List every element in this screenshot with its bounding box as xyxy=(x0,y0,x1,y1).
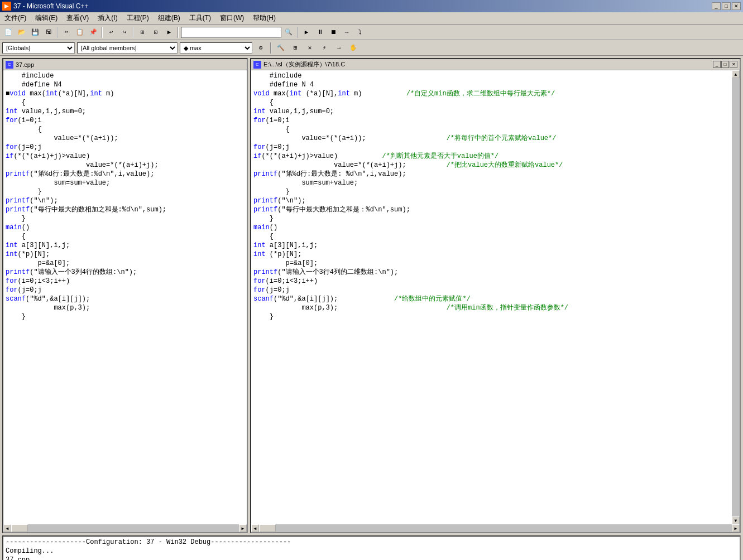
debug-run-button[interactable]: ▶ xyxy=(300,26,313,38)
menu-view[interactable]: 查看(V) xyxy=(62,12,93,24)
toolbar-sep2 xyxy=(102,27,103,38)
code-line: p=&a[0]; xyxy=(6,259,245,268)
menu-window[interactable]: 窗口(W) xyxy=(215,12,248,24)
menu-tools[interactable]: 工具(T) xyxy=(185,12,215,24)
cut-button[interactable]: ✂ xyxy=(60,26,73,38)
left-code-pane: C 37.cpp #include #define N4■ void max(i… xyxy=(2,58,248,533)
debug-btn[interactable]: ⚡ xyxy=(318,42,330,54)
right-vscroll[interactable]: ▲ ▼ xyxy=(732,70,740,524)
toolbar-sep4 xyxy=(178,27,179,38)
code-line: for(j=0;j xyxy=(253,143,737,152)
code-line: for(i=0;i xyxy=(6,116,245,125)
rebuild-btn[interactable]: ⊞ xyxy=(289,42,301,54)
menu-build[interactable]: 组建(B) xyxy=(154,12,185,24)
code-line: scanf("%d",&a[i][j]); xyxy=(6,295,245,303)
right-scroll-left[interactable]: ◀ xyxy=(251,524,259,532)
toolbar-sep1 xyxy=(57,27,58,38)
code-line: { xyxy=(253,98,737,107)
menu-help[interactable]: 帮助(H) xyxy=(248,12,280,24)
debug-stop-button[interactable]: ⏹ xyxy=(327,26,339,38)
save-all-button[interactable]: 🖫 xyxy=(42,26,55,38)
right-vscroll-down[interactable]: ▼ xyxy=(732,516,740,524)
paste-button[interactable]: 📌 xyxy=(87,26,99,38)
code-line: if(*(*(a+i)+j)>value) /*判断其他元素是否大于value的… xyxy=(253,152,737,161)
right-scroll-right[interactable]: ▶ xyxy=(732,524,740,532)
new-button[interactable]: 📄 xyxy=(2,26,15,38)
right-scroll-thumb[interactable] xyxy=(259,524,276,532)
right-code-content[interactable]: #include #define N 4 void max(int (*a)[N… xyxy=(251,70,740,524)
code-line: int a[3][N],i,j; xyxy=(253,241,737,250)
maximize-button[interactable]: □ xyxy=(722,2,731,10)
save-button[interactable]: 💾 xyxy=(29,26,41,38)
right-pane-btns: _ □ ✕ xyxy=(713,61,737,68)
right-pane-minimize[interactable]: _ xyxy=(713,61,721,68)
output-content[interactable]: --------------------Configuration: 37 - … xyxy=(3,537,740,560)
right-pane-close[interactable]: ✕ xyxy=(730,61,737,68)
run-button[interactable]: ▶ xyxy=(163,26,175,38)
code-line: #define N 4 xyxy=(253,80,737,89)
globals-dropdown[interactable]: [Globals] xyxy=(2,42,75,54)
undo-button[interactable]: ↩ xyxy=(105,26,117,38)
minimize-button[interactable]: _ xyxy=(712,2,721,10)
find-button[interactable]: 🔍 xyxy=(282,26,295,38)
output-line: Compiling... xyxy=(6,547,737,556)
build-button[interactable]: ⊡ xyxy=(150,26,162,38)
code-line: } xyxy=(253,312,737,321)
menu-project[interactable]: 工程(P) xyxy=(122,12,154,24)
code-line: printf("每行中最大数相加之和是：%d\n",sum); xyxy=(253,205,737,214)
code-line: p=&a[0]; xyxy=(253,259,737,268)
code-line: main() xyxy=(6,223,245,232)
build-btn2[interactable]: 🔨 xyxy=(275,42,287,54)
code-line: printf("第%d行:最大数是:%d\n",i,value); xyxy=(6,170,245,178)
code-line: printf("第%d行:最大数是: %d\n",i,value); xyxy=(253,170,737,178)
menu-insert[interactable]: 插入(I) xyxy=(93,12,122,24)
code-line: #define N4 xyxy=(6,80,245,89)
right-vscroll-track[interactable] xyxy=(732,78,740,516)
left-scroll-left[interactable]: ◀ xyxy=(3,524,11,532)
code-line: for(j=0;j xyxy=(6,286,245,295)
debug-step-button[interactable]: → xyxy=(341,26,353,38)
menu-edit[interactable]: 编辑(E) xyxy=(31,12,62,24)
hand-btn[interactable]: ✋ xyxy=(347,42,359,54)
profile-btn[interactable]: → xyxy=(333,42,345,54)
code-line: { xyxy=(253,232,737,241)
menu-file[interactable]: 文件(F) xyxy=(0,12,31,24)
search-input[interactable] xyxy=(181,27,281,38)
right-scroll-track[interactable] xyxy=(259,524,732,532)
left-scroll-right[interactable]: ▶ xyxy=(239,524,247,532)
title-bar: ▶ 37 - Microsoft Visual C++ _ □ ✕ xyxy=(0,0,743,12)
stop-btn[interactable]: ✕ xyxy=(304,42,316,54)
code-line: int (*p)[N]; xyxy=(253,250,737,259)
output-area: --------------------Configuration: 37 - … xyxy=(2,535,741,560)
code-line: int a[3][N],i,j; xyxy=(6,241,245,250)
code-line: #include xyxy=(6,71,245,80)
debug-pause-button[interactable]: ⏸ xyxy=(314,26,326,38)
code-line: int value,i,j,sum=0; xyxy=(253,107,737,116)
toolbar2-btn1[interactable]: ⚙ xyxy=(255,42,267,54)
left-scroll-track[interactable] xyxy=(11,524,239,532)
left-scrollbar-h[interactable]: ◀ ▶ xyxy=(3,524,247,532)
left-pane-icon: C xyxy=(6,61,13,69)
code-line: for(j=0;j xyxy=(253,286,737,295)
main-area: C 37.cpp #include #define N4■ void max(i… xyxy=(0,56,743,535)
right-pane-maximize[interactable]: □ xyxy=(721,61,729,68)
toolbar-sep3 xyxy=(133,27,134,38)
left-code-content[interactable]: #include #define N4■ void max(int(*a)[N]… xyxy=(3,70,247,524)
redo-button[interactable]: ↪ xyxy=(118,26,131,38)
output-line: --------------------Configuration: 37 - … xyxy=(6,538,737,547)
code-line: { xyxy=(6,232,245,241)
close-button[interactable]: ✕ xyxy=(732,2,741,10)
debug-stepover-button[interactable]: ⤵ xyxy=(354,26,366,38)
output-line: 37.cpp xyxy=(6,556,737,560)
right-pane-title: C E:\...\sl（实例源程序）\7\18.C _ □ ✕ xyxy=(251,59,740,70)
left-scroll-thumb[interactable] xyxy=(11,524,28,532)
right-scrollbar-h[interactable]: ◀ ▶ xyxy=(251,524,740,532)
code-line: for(i=0;i<3;i++) xyxy=(6,277,245,286)
code-line: printf("请输入一个3行4列的二维数组:\n"); xyxy=(253,268,737,277)
func-dropdown[interactable]: ◆ max xyxy=(180,42,252,54)
compile-button[interactable]: ⊞ xyxy=(136,26,148,38)
open-button[interactable]: 📂 xyxy=(16,26,28,38)
members-dropdown[interactable]: [All global members] xyxy=(77,42,178,54)
copy-button[interactable]: 📋 xyxy=(74,26,86,38)
right-vscroll-up[interactable]: ▲ xyxy=(732,70,740,78)
